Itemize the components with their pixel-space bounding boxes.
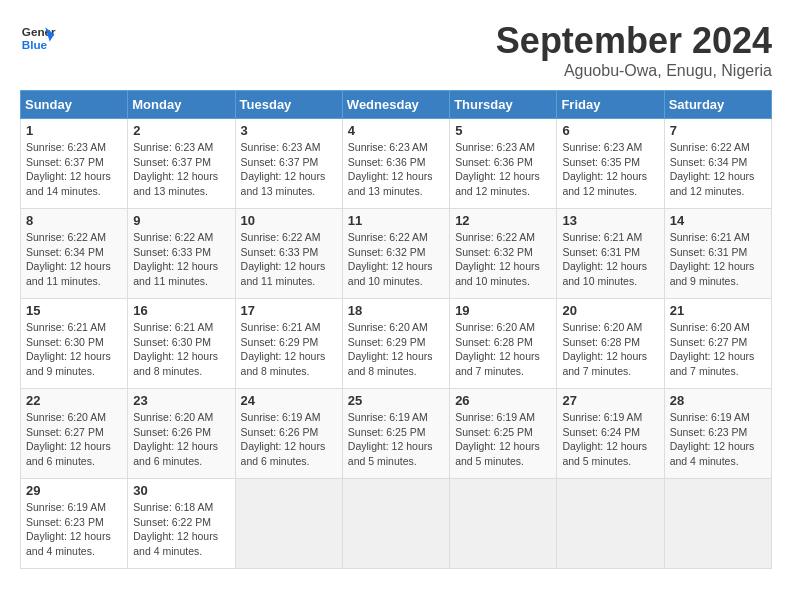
- weekday-header-sunday: Sunday: [21, 91, 128, 119]
- day-cell: 18Sunrise: 6:20 AMSunset: 6:29 PMDayligh…: [342, 299, 449, 389]
- day-info: Sunrise: 6:20 AMSunset: 6:27 PMDaylight:…: [670, 320, 766, 379]
- day-number: 28: [670, 393, 766, 408]
- day-number: 23: [133, 393, 229, 408]
- day-number: 14: [670, 213, 766, 228]
- day-cell: 11Sunrise: 6:22 AMSunset: 6:32 PMDayligh…: [342, 209, 449, 299]
- week-row-1: 1Sunrise: 6:23 AMSunset: 6:37 PMDaylight…: [21, 119, 772, 209]
- day-number: 30: [133, 483, 229, 498]
- day-cell: 25Sunrise: 6:19 AMSunset: 6:25 PMDayligh…: [342, 389, 449, 479]
- day-cell: [235, 479, 342, 569]
- day-number: 29: [26, 483, 122, 498]
- day-cell: 29Sunrise: 6:19 AMSunset: 6:23 PMDayligh…: [21, 479, 128, 569]
- day-number: 9: [133, 213, 229, 228]
- weekday-header-wednesday: Wednesday: [342, 91, 449, 119]
- day-cell: [450, 479, 557, 569]
- day-cell: 27Sunrise: 6:19 AMSunset: 6:24 PMDayligh…: [557, 389, 664, 479]
- day-number: 15: [26, 303, 122, 318]
- day-info: Sunrise: 6:21 AMSunset: 6:30 PMDaylight:…: [26, 320, 122, 379]
- day-info: Sunrise: 6:20 AMSunset: 6:29 PMDaylight:…: [348, 320, 444, 379]
- day-info: Sunrise: 6:19 AMSunset: 6:25 PMDaylight:…: [455, 410, 551, 469]
- day-cell: 14Sunrise: 6:21 AMSunset: 6:31 PMDayligh…: [664, 209, 771, 299]
- day-info: Sunrise: 6:19 AMSunset: 6:23 PMDaylight:…: [26, 500, 122, 559]
- month-title: September 2024: [496, 20, 772, 62]
- day-number: 10: [241, 213, 337, 228]
- day-cell: 2Sunrise: 6:23 AMSunset: 6:37 PMDaylight…: [128, 119, 235, 209]
- day-cell: 20Sunrise: 6:20 AMSunset: 6:28 PMDayligh…: [557, 299, 664, 389]
- day-cell: 21Sunrise: 6:20 AMSunset: 6:27 PMDayligh…: [664, 299, 771, 389]
- day-number: 18: [348, 303, 444, 318]
- day-cell: 5Sunrise: 6:23 AMSunset: 6:36 PMDaylight…: [450, 119, 557, 209]
- day-cell: 13Sunrise: 6:21 AMSunset: 6:31 PMDayligh…: [557, 209, 664, 299]
- week-row-4: 22Sunrise: 6:20 AMSunset: 6:27 PMDayligh…: [21, 389, 772, 479]
- day-info: Sunrise: 6:21 AMSunset: 6:29 PMDaylight:…: [241, 320, 337, 379]
- day-cell: 28Sunrise: 6:19 AMSunset: 6:23 PMDayligh…: [664, 389, 771, 479]
- day-cell: 4Sunrise: 6:23 AMSunset: 6:36 PMDaylight…: [342, 119, 449, 209]
- weekday-header-row: SundayMondayTuesdayWednesdayThursdayFrid…: [21, 91, 772, 119]
- day-number: 7: [670, 123, 766, 138]
- day-number: 16: [133, 303, 229, 318]
- weekday-header-monday: Monday: [128, 91, 235, 119]
- day-cell: 12Sunrise: 6:22 AMSunset: 6:32 PMDayligh…: [450, 209, 557, 299]
- day-info: Sunrise: 6:19 AMSunset: 6:23 PMDaylight:…: [670, 410, 766, 469]
- day-cell: [342, 479, 449, 569]
- day-info: Sunrise: 6:19 AMSunset: 6:26 PMDaylight:…: [241, 410, 337, 469]
- day-info: Sunrise: 6:22 AMSunset: 6:34 PMDaylight:…: [26, 230, 122, 289]
- day-cell: 17Sunrise: 6:21 AMSunset: 6:29 PMDayligh…: [235, 299, 342, 389]
- day-number: 3: [241, 123, 337, 138]
- location-subtitle: Aguobu-Owa, Enugu, Nigeria: [496, 62, 772, 80]
- day-number: 2: [133, 123, 229, 138]
- day-cell: 22Sunrise: 6:20 AMSunset: 6:27 PMDayligh…: [21, 389, 128, 479]
- day-info: Sunrise: 6:23 AMSunset: 6:35 PMDaylight:…: [562, 140, 658, 199]
- day-cell: 24Sunrise: 6:19 AMSunset: 6:26 PMDayligh…: [235, 389, 342, 479]
- weekday-header-friday: Friday: [557, 91, 664, 119]
- day-info: Sunrise: 6:22 AMSunset: 6:32 PMDaylight:…: [455, 230, 551, 289]
- day-cell: 8Sunrise: 6:22 AMSunset: 6:34 PMDaylight…: [21, 209, 128, 299]
- day-info: Sunrise: 6:22 AMSunset: 6:33 PMDaylight:…: [133, 230, 229, 289]
- page-header: General Blue September 2024 Aguobu-Owa, …: [20, 20, 772, 80]
- logo-icon: General Blue: [20, 20, 56, 56]
- day-number: 20: [562, 303, 658, 318]
- day-number: 12: [455, 213, 551, 228]
- day-info: Sunrise: 6:20 AMSunset: 6:27 PMDaylight:…: [26, 410, 122, 469]
- title-area: September 2024 Aguobu-Owa, Enugu, Nigeri…: [496, 20, 772, 80]
- day-number: 25: [348, 393, 444, 408]
- day-number: 17: [241, 303, 337, 318]
- day-cell: 10Sunrise: 6:22 AMSunset: 6:33 PMDayligh…: [235, 209, 342, 299]
- day-number: 5: [455, 123, 551, 138]
- day-number: 11: [348, 213, 444, 228]
- logo: General Blue: [20, 20, 56, 56]
- day-number: 22: [26, 393, 122, 408]
- day-info: Sunrise: 6:23 AMSunset: 6:37 PMDaylight:…: [241, 140, 337, 199]
- day-number: 4: [348, 123, 444, 138]
- day-number: 26: [455, 393, 551, 408]
- day-cell: 19Sunrise: 6:20 AMSunset: 6:28 PMDayligh…: [450, 299, 557, 389]
- day-cell: 7Sunrise: 6:22 AMSunset: 6:34 PMDaylight…: [664, 119, 771, 209]
- day-info: Sunrise: 6:20 AMSunset: 6:28 PMDaylight:…: [455, 320, 551, 379]
- day-info: Sunrise: 6:22 AMSunset: 6:33 PMDaylight:…: [241, 230, 337, 289]
- day-info: Sunrise: 6:21 AMSunset: 6:31 PMDaylight:…: [670, 230, 766, 289]
- day-number: 6: [562, 123, 658, 138]
- day-info: Sunrise: 6:23 AMSunset: 6:36 PMDaylight:…: [455, 140, 551, 199]
- day-cell: [664, 479, 771, 569]
- day-cell: 30Sunrise: 6:18 AMSunset: 6:22 PMDayligh…: [128, 479, 235, 569]
- day-cell: 26Sunrise: 6:19 AMSunset: 6:25 PMDayligh…: [450, 389, 557, 479]
- day-info: Sunrise: 6:19 AMSunset: 6:24 PMDaylight:…: [562, 410, 658, 469]
- day-number: 8: [26, 213, 122, 228]
- day-info: Sunrise: 6:22 AMSunset: 6:34 PMDaylight:…: [670, 140, 766, 199]
- day-cell: 15Sunrise: 6:21 AMSunset: 6:30 PMDayligh…: [21, 299, 128, 389]
- day-cell: 1Sunrise: 6:23 AMSunset: 6:37 PMDaylight…: [21, 119, 128, 209]
- day-cell: 23Sunrise: 6:20 AMSunset: 6:26 PMDayligh…: [128, 389, 235, 479]
- day-info: Sunrise: 6:23 AMSunset: 6:37 PMDaylight:…: [26, 140, 122, 199]
- svg-text:Blue: Blue: [22, 38, 48, 51]
- week-row-3: 15Sunrise: 6:21 AMSunset: 6:30 PMDayligh…: [21, 299, 772, 389]
- day-info: Sunrise: 6:22 AMSunset: 6:32 PMDaylight:…: [348, 230, 444, 289]
- day-cell: [557, 479, 664, 569]
- day-number: 1: [26, 123, 122, 138]
- day-info: Sunrise: 6:21 AMSunset: 6:31 PMDaylight:…: [562, 230, 658, 289]
- day-info: Sunrise: 6:20 AMSunset: 6:26 PMDaylight:…: [133, 410, 229, 469]
- weekday-header-saturday: Saturday: [664, 91, 771, 119]
- day-info: Sunrise: 6:23 AMSunset: 6:37 PMDaylight:…: [133, 140, 229, 199]
- weekday-header-thursday: Thursday: [450, 91, 557, 119]
- day-info: Sunrise: 6:19 AMSunset: 6:25 PMDaylight:…: [348, 410, 444, 469]
- day-cell: 16Sunrise: 6:21 AMSunset: 6:30 PMDayligh…: [128, 299, 235, 389]
